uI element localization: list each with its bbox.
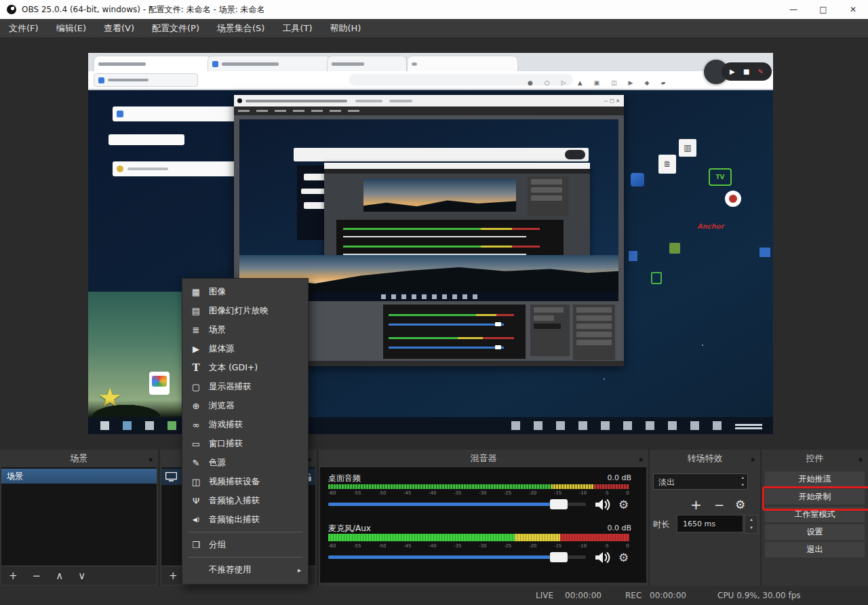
bookmark-icon[interactable]: ◫ (611, 79, 617, 86)
menu-item-browser[interactable]: ⊕ 浏览器 (182, 396, 308, 415)
desktop-icon-green-square[interactable] (669, 243, 680, 254)
title-bar[interactable]: OBS 25.0.4 (64-bit, windows) - 配置文件: 未命名… (0, 0, 868, 19)
transition-add-button[interactable]: + (690, 496, 702, 513)
recorder-stop-icon[interactable]: ■ (743, 68, 749, 75)
taskbar-icon[interactable] (668, 421, 677, 430)
speaker-icon[interactable] (594, 498, 610, 511)
speaker-icon[interactable] (594, 551, 610, 564)
dock-pin-icon[interactable]: ▪ (859, 456, 863, 463)
bookmark-icon[interactable]: ▶ (629, 79, 633, 86)
desktop-icon-white-tile[interactable]: 🗎 (658, 155, 676, 174)
volume-slider[interactable] (328, 503, 586, 506)
bookmark-icon[interactable]: ● (528, 79, 533, 86)
start-recording-button[interactable]: 开始录制 (765, 489, 865, 505)
menu-edit[interactable]: 编辑(E) (47, 19, 95, 37)
menu-item-image[interactable]: ▦ 图像 (182, 282, 308, 301)
recorder-pen-icon[interactable]: ✎ (757, 68, 763, 75)
desktop-icon-record-logo[interactable] (725, 191, 741, 207)
taskbar-icon[interactable] (167, 421, 176, 430)
menu-item-audio-output-capture[interactable]: ◀) 音频输出捕获 (182, 510, 308, 529)
menu-item-deprecated[interactable]: 不推荐使用 ▸ (182, 560, 308, 579)
bookmark-icon[interactable]: ▲ (578, 79, 583, 86)
recorder-widget-pill[interactable]: ▶ ■ ✎ (722, 62, 772, 81)
menu-item-scene[interactable]: ≣ 场景 (182, 320, 308, 339)
scene-move-down-button[interactable]: ∨ (78, 570, 85, 582)
page-input-bar[interactable] (113, 106, 242, 121)
bookmark-icon[interactable]: ▷ (561, 79, 566, 86)
source-add-button[interactable]: + (169, 570, 178, 582)
desktop-icon-blue-tiles[interactable] (629, 251, 637, 261)
transition-settings-gear-icon[interactable]: ⚙ (735, 498, 745, 511)
duration-field[interactable]: 1650 ms (677, 515, 743, 532)
close-button[interactable]: ✕ (838, 0, 868, 19)
studio-mode-button[interactable]: 工作室模式 (765, 507, 865, 522)
taskbar-icon[interactable] (578, 421, 587, 430)
start-streaming-button[interactable]: 开始推流 (765, 471, 865, 487)
page-input-bar[interactable] (113, 161, 242, 176)
desktop-icon-green-logo[interactable]: TV (709, 168, 732, 186)
desktop-icon-green-outline[interactable] (651, 272, 662, 284)
dock-pin-icon[interactable]: ▪ (639, 456, 643, 463)
bookmark-icon[interactable]: ○ (545, 79, 550, 86)
desktop-icon-white-tile[interactable]: ▥ (679, 139, 696, 157)
channel-settings-gear-icon[interactable]: ⚙ (618, 551, 629, 564)
volume-slider[interactable] (328, 555, 586, 559)
browser-tab[interactable] (407, 56, 518, 73)
menu-item-text-gdi[interactable]: T 文本 (GDI+) (182, 358, 308, 377)
minimize-button[interactable]: — (778, 0, 808, 19)
menu-profile[interactable]: 配置文件(P) (143, 19, 208, 37)
bookmark-item[interactable] (94, 73, 198, 87)
desktop-icon-blue-cube[interactable] (631, 173, 644, 187)
scenes-list[interactable]: 场景 (1, 467, 157, 566)
menu-item-game-capture[interactable]: ∞ 游戏捕获 (182, 415, 308, 434)
desktop-icon-colorful-app[interactable] (149, 372, 170, 395)
volume-slider-handle[interactable] (550, 499, 568, 509)
taskbar-icon[interactable] (690, 421, 699, 430)
channel-settings-gear-icon[interactable]: ⚙ (618, 499, 629, 511)
transition-remove-button[interactable]: − (714, 498, 724, 512)
dock-pin-icon[interactable]: ▪ (751, 456, 755, 463)
scene-add-button[interactable]: + (9, 570, 18, 582)
menu-item-video-capture-device[interactable]: ◫ 视频捕获设备 (182, 472, 308, 491)
menu-item-slideshow[interactable]: ▤ 图像幻灯片放映 (182, 301, 308, 320)
taskbar-icon[interactable] (623, 421, 632, 430)
menu-item-group[interactable]: ❒ 分组 (182, 535, 308, 554)
menu-item-audio-input-capture[interactable]: Ψ 音频输入捕获 (182, 491, 308, 510)
page-input-bar[interactable] (108, 134, 184, 145)
bookmark-icon[interactable]: ◆ (645, 79, 650, 86)
exit-button[interactable]: 退出 (765, 542, 865, 558)
browser-tab[interactable] (94, 56, 212, 73)
taskbar-icon[interactable] (646, 421, 654, 430)
browser-tab[interactable] (208, 56, 331, 73)
desktop-icon-blue-fragment[interactable] (760, 248, 770, 257)
taskbar-icon[interactable] (601, 421, 610, 430)
taskbar-icon[interactable] (100, 421, 109, 430)
menu-item-window-capture[interactable]: ▭ 窗口捕获 (182, 434, 308, 453)
menu-tools[interactable]: 工具(T) (273, 19, 321, 37)
taskbar-icon[interactable] (534, 421, 542, 430)
taskbar-icon[interactable] (556, 421, 565, 430)
bookmark-icon[interactable]: ▣ (594, 79, 600, 86)
menu-item-display-capture[interactable]: ▢ 显示器捕获 (182, 377, 308, 396)
menu-item-media-source[interactable]: ▶ 媒体源 (182, 339, 308, 358)
dock-pin-icon[interactable]: ▪ (149, 456, 153, 463)
duration-spinner[interactable]: ▴▾ (745, 515, 758, 534)
recorder-play-icon[interactable]: ▶ (730, 68, 735, 75)
menu-help[interactable]: 帮助(H) (321, 19, 370, 37)
maximize-button[interactable]: □ (808, 0, 838, 19)
menu-file[interactable]: 文件(F) (0, 19, 47, 37)
volume-slider-handle[interactable] (550, 552, 568, 562)
browser-tab[interactable] (327, 56, 407, 73)
bookmark-icon[interactable]: ▰ (660, 79, 665, 86)
scene-list-item-selected[interactable]: 场景 (1, 469, 157, 484)
taskbar-icon[interactable] (511, 421, 520, 430)
scene-remove-button[interactable]: − (33, 570, 41, 582)
scene-move-up-button[interactable]: ∧ (56, 570, 63, 582)
menu-scene-collection[interactable]: 场景集合(S) (208, 19, 273, 37)
menu-item-color-source[interactable]: ✎ 色源 (182, 453, 308, 472)
transition-select[interactable]: 淡出 ▴▾ (653, 473, 748, 490)
taskbar-icon[interactable] (145, 421, 154, 430)
settings-button[interactable]: 设置 (765, 524, 865, 540)
menu-view[interactable]: 查看(V) (95, 19, 143, 37)
taskbar-icon[interactable] (123, 421, 132, 430)
